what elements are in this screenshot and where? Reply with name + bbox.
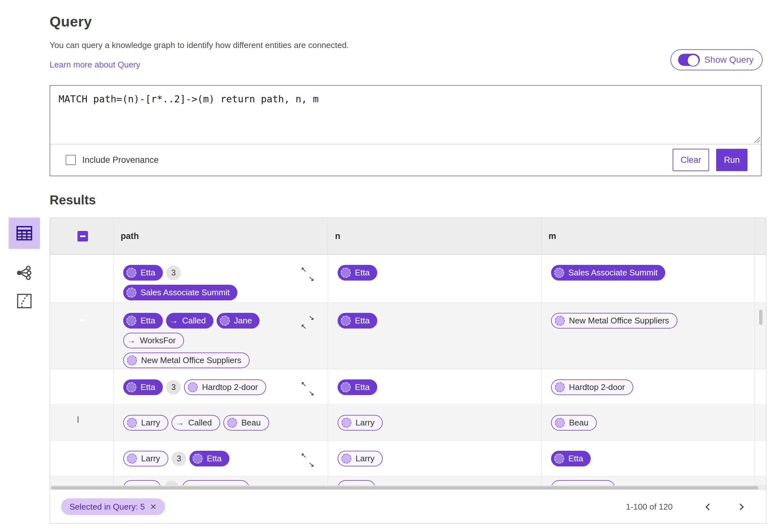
- node-pill[interactable]: Etta: [123, 313, 163, 329]
- show-query-toggle-button[interactable]: Show Query: [670, 49, 763, 70]
- arrow-right-icon: →: [169, 316, 178, 325]
- learn-more-link[interactable]: Learn more about Query: [50, 60, 140, 70]
- pill-line: [123, 480, 328, 485]
- table-cell: Etta: [328, 255, 541, 305]
- graph-icon: [16, 265, 33, 281]
- pill-line: Etta3Hardtop 2-door: [123, 379, 328, 395]
- node-pill[interactable]: Sales Associate Summit: [123, 285, 237, 300]
- count-badge[interactable]: [164, 481, 179, 486]
- node-pill[interactable]: [182, 480, 249, 485]
- count-badge[interactable]: 3: [172, 451, 186, 466]
- node-pill[interactable]: [123, 480, 161, 485]
- row-select-cell: [50, 405, 114, 440]
- count-badge[interactable]: 3: [166, 380, 181, 395]
- table-row: Etta3Hardtop 2-door↖↘EttaHardtop 2-door: [50, 369, 766, 405]
- node-circle-icon: [126, 382, 136, 392]
- row-checkbox[interactable]: [77, 416, 79, 423]
- node-circle-icon: [220, 316, 230, 326]
- include-provenance-label: Include Provenance: [82, 155, 159, 165]
- node-pill[interactable]: Etta: [338, 265, 377, 281]
- node-pill[interactable]: Beau: [551, 415, 597, 431]
- node-pill[interactable]: Larry: [338, 451, 383, 466]
- table-footer: Selected in Query: 5 ✕ 1-100 of 120: [50, 490, 766, 523]
- horizontal-scrollbar[interactable]: [50, 485, 766, 490]
- node-circle-icon: [127, 454, 137, 464]
- node-pill[interactable]: Larry: [338, 415, 383, 431]
- node-pill[interactable]: New Metal Office Suppliers: [551, 313, 677, 329]
- expand-icon[interactable]: ↖↘: [301, 266, 316, 282]
- horizontal-scrollbar-thumb[interactable]: [51, 486, 758, 489]
- collapse-icon[interactable]: ↘↖: [301, 314, 316, 330]
- expand-icon[interactable]: ↖↘: [301, 381, 316, 397]
- table-cell: Larry: [328, 441, 541, 476]
- edge-pill[interactable]: →WorksFor: [123, 333, 184, 348]
- node-pill[interactable]: Sales Associate Summit: [551, 265, 665, 281]
- column-header-m: m: [541, 218, 755, 254]
- row-select-cell: [50, 441, 114, 476]
- expand-icon[interactable]: ↖↘: [301, 452, 316, 468]
- query-input[interactable]: MATCH path=(n)-[r*..2]->(m) return path,…: [50, 86, 761, 144]
- pill-line: Etta: [551, 451, 755, 466]
- resize-handle-icon[interactable]: [754, 137, 760, 143]
- node-pill[interactable]: Hardtop 2-door: [551, 379, 633, 395]
- pill-label: Etta: [140, 316, 155, 326]
- row-select-cell: [50, 369, 114, 404]
- select-all-checkbox[interactable]: [77, 231, 88, 242]
- vertical-scrollbar-thumb[interactable]: [759, 310, 763, 325]
- node-circle-icon: [127, 355, 137, 365]
- table-header-row: path n m: [50, 218, 766, 255]
- table-view-button[interactable]: [9, 218, 40, 249]
- node-pill[interactable]: New Metal Office Suppliers: [123, 353, 250, 368]
- node-pill[interactable]: Jane: [217, 313, 260, 329]
- node-pill[interactable]: Etta: [551, 451, 591, 466]
- clear-button[interactable]: Clear: [673, 149, 709, 171]
- pill-label: Sales Associate Summit: [140, 288, 230, 298]
- edge-pill[interactable]: →Called: [166, 313, 213, 329]
- node-pill[interactable]: Hardtop 2-door: [184, 379, 266, 395]
- view-switcher-rail: [9, 218, 40, 312]
- arrow-right-icon: →: [127, 336, 136, 345]
- selected-in-query-chip: Selected in Query: 5 ✕: [61, 498, 165, 515]
- query-page: Query You can query a knowledge graph to…: [0, 0, 768, 532]
- node-pill[interactable]: Etta: [123, 265, 163, 281]
- node-pill[interactable]: Larry: [123, 451, 168, 466]
- node-pill[interactable]: Beau: [223, 415, 269, 431]
- pill-label: New Metal Office Suppliers: [141, 355, 241, 365]
- previous-page-button[interactable]: [701, 500, 715, 514]
- include-provenance-checkbox[interactable]: [66, 155, 76, 165]
- run-button[interactable]: Run: [716, 149, 748, 171]
- node-circle-icon: [341, 268, 351, 278]
- path-cell: Etta3Hardtop 2-door↖↘: [114, 369, 328, 404]
- node-circle-icon: [554, 454, 564, 464]
- node-pill[interactable]: Etta: [123, 379, 163, 395]
- pill-line: Etta: [338, 379, 541, 395]
- toggle-switch-icon[interactable]: [678, 54, 700, 66]
- node-pill[interactable]: [338, 480, 375, 485]
- chip-close-icon[interactable]: ✕: [150, 502, 157, 512]
- pill-line: Larry3Etta: [123, 451, 328, 466]
- node-circle-icon: [554, 268, 564, 278]
- query-editor: MATCH path=(n)-[r*..2]->(m) return path,…: [50, 85, 762, 176]
- edge-pill[interactable]: →Called: [172, 415, 220, 431]
- row-select-cell: [50, 255, 114, 305]
- map-view-button[interactable]: [9, 290, 40, 312]
- node-pill[interactable]: Etta: [189, 451, 229, 466]
- table-cell: [328, 476, 541, 485]
- table-row: Larry→CalledBeauLarryBeau: [50, 405, 766, 441]
- count-badge[interactable]: 3: [166, 266, 181, 280]
- node-pill[interactable]: Larry: [123, 415, 168, 431]
- column-header-path: path: [114, 218, 328, 254]
- pill-line: Larry: [338, 415, 541, 431]
- pill-line: Etta: [338, 265, 541, 281]
- table-cell: Sales Associate Summit: [541, 255, 755, 305]
- pill-line: [551, 480, 755, 485]
- node-circle-icon: [341, 382, 351, 392]
- node-pill[interactable]: Etta: [338, 379, 377, 395]
- next-page-button[interactable]: [734, 500, 748, 514]
- map-icon: [16, 293, 32, 309]
- path-cell: Etta3Sales Associate Summit↖↘: [114, 255, 328, 305]
- node-circle-icon: [555, 316, 565, 326]
- graph-view-button[interactable]: [9, 262, 40, 284]
- node-pill[interactable]: [551, 480, 615, 485]
- node-pill[interactable]: Etta: [338, 313, 377, 329]
